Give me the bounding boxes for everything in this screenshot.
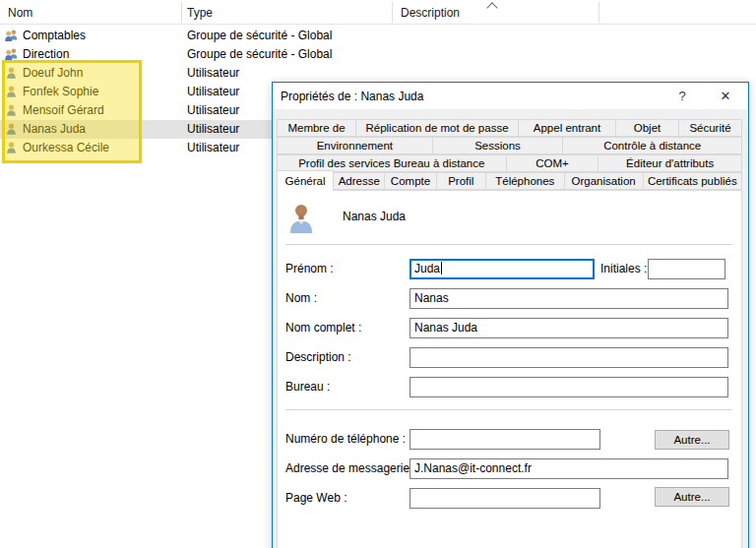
bureau-label: Bureau : xyxy=(285,377,330,397)
messagerie-value: J.Nanas@it-connect.fr xyxy=(414,461,532,475)
row-type: Utilisateur xyxy=(187,120,239,139)
tab-replication[interactable]: Réplication de mot de passe xyxy=(355,119,519,137)
prenom-value: Juda xyxy=(414,262,440,275)
user-avatar-icon xyxy=(288,204,314,235)
column-header-type[interactable]: Type xyxy=(187,6,213,20)
column-header-description[interactable]: Description xyxy=(401,6,460,20)
messagerie-label: Adresse de messagerie : xyxy=(285,458,416,479)
row-type: Groupe de sécurité - Global xyxy=(187,27,332,45)
tab-certificats-publies[interactable]: Certificats publiés xyxy=(643,172,743,190)
tab-profil[interactable]: Profil xyxy=(436,172,486,190)
nom-complet-label: Nom complet : xyxy=(285,318,361,338)
tab-adresse[interactable]: Adresse xyxy=(333,172,385,190)
tab-securite[interactable]: Sécurité xyxy=(678,119,742,137)
row-type: Groupe de sécurité - Global xyxy=(187,45,332,64)
tab-appel-entrant[interactable]: Appel entrant xyxy=(518,119,616,137)
telephone-input[interactable] xyxy=(410,429,600,450)
row-type: Utilisateur xyxy=(187,64,239,83)
tab-row-1: Membre de Réplication de mot de passe Ap… xyxy=(277,119,742,137)
row-type: Utilisateur xyxy=(187,83,239,101)
initiales-label: Initiales : xyxy=(600,259,647,279)
tab-sessions[interactable]: Sessions xyxy=(432,137,564,154)
row-type: Utilisateur xyxy=(187,139,239,157)
dialog-title: Propriétés de : Nanas Juda xyxy=(281,90,423,103)
dialog-titlebar[interactable]: Propriétés de : Nanas Juda ? ✕ xyxy=(273,83,748,109)
row-name: Comptables xyxy=(23,27,86,45)
general-tab-pane: Nanas Juda Prénom : Juda Initiales : Nom… xyxy=(277,190,742,548)
tab-telephones[interactable]: Téléphones xyxy=(485,172,565,190)
nom-value: Nanas xyxy=(414,291,449,305)
properties-dialog: Propriétés de : Nanas Juda ? ✕ Membre de… xyxy=(272,82,749,548)
page-web-autre-button[interactable]: Autre... xyxy=(655,487,729,507)
close-icon[interactable]: ✕ xyxy=(711,83,740,109)
page-web-label: Page Web : xyxy=(285,488,346,509)
tab-strip: Membre de Réplication de mot de passe Ap… xyxy=(277,119,742,190)
tab-editeur-attributs[interactable]: Éditeur d'attributs xyxy=(598,154,742,172)
tab-objet[interactable]: Objet xyxy=(615,119,679,137)
list-header: Nom Type Description xyxy=(0,0,756,25)
column-divider[interactable] xyxy=(181,2,182,23)
nom-label: Nom : xyxy=(285,288,317,309)
nom-input[interactable]: Nanas xyxy=(410,288,728,309)
tab-general[interactable]: Général xyxy=(277,170,334,191)
list-row-comptables[interactable]: Comptables Groupe de sécurité - Global xyxy=(0,27,600,45)
help-button[interactable]: ? xyxy=(667,83,697,109)
text-caret xyxy=(441,262,442,274)
tab-com-plus[interactable]: COM+ xyxy=(506,154,599,172)
section-divider xyxy=(285,244,732,245)
prenom-label: Prénom : xyxy=(285,259,334,279)
bureau-input[interactable] xyxy=(410,377,728,397)
column-divider[interactable] xyxy=(392,2,393,23)
telephone-autre-button[interactable]: Autre... xyxy=(655,430,729,450)
nom-complet-value: Nanas Juda xyxy=(414,321,477,335)
column-divider[interactable] xyxy=(598,2,599,23)
column-header-nom[interactable]: Nom xyxy=(8,6,32,20)
tab-row-4: Général Adresse Compte Profil Téléphones… xyxy=(277,172,742,190)
tab-controle-a-distance[interactable]: Contrôle à distance xyxy=(562,137,742,154)
sort-ascending-icon xyxy=(486,2,497,13)
prenom-input[interactable]: Juda xyxy=(410,259,595,279)
tab-row-2: Environnement Sessions Contrôle à distan… xyxy=(277,137,742,154)
page-web-input[interactable] xyxy=(410,488,600,509)
group-icon xyxy=(4,29,19,43)
description-input[interactable] xyxy=(410,347,728,368)
description-label: Description : xyxy=(285,347,351,368)
row-type: Utilisateur xyxy=(187,101,239,120)
tab-environnement[interactable]: Environnement xyxy=(277,137,433,154)
yellow-highlight-annotation xyxy=(2,60,142,163)
telephone-label: Numéro de téléphone : xyxy=(285,429,406,450)
section-divider xyxy=(285,409,732,410)
user-display-name: Nanas Juda xyxy=(343,210,406,223)
screen: Nom Type Description Comptables Groupe d… xyxy=(0,0,756,548)
tab-compte[interactable]: Compte xyxy=(384,172,436,190)
messagerie-input[interactable]: J.Nanas@it-connect.fr xyxy=(410,458,728,479)
tab-row-3: Profil des services Bureau à distance CO… xyxy=(277,154,742,172)
tab-organisation[interactable]: Organisation xyxy=(564,172,644,190)
tab-membre-de[interactable]: Membre de xyxy=(277,119,356,137)
nom-complet-input[interactable]: Nanas Juda xyxy=(410,318,728,338)
initiales-input[interactable] xyxy=(648,259,725,279)
